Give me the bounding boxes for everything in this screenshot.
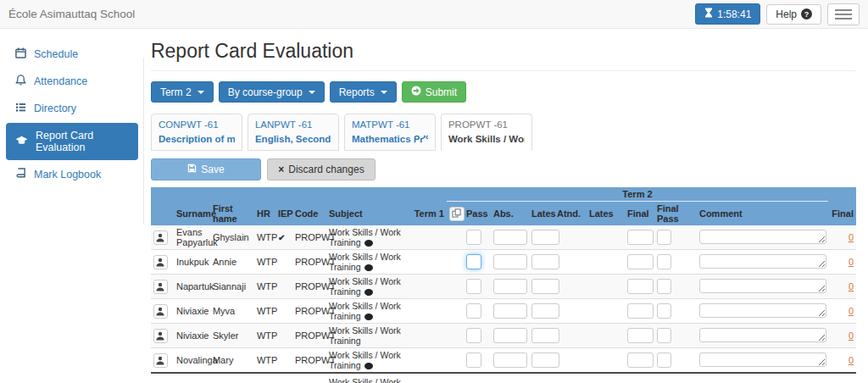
term1-cell — [411, 275, 447, 299]
save-button-top[interactable]: Save — [151, 158, 261, 180]
first-name-cell: Siannaji — [210, 275, 254, 299]
header-final-pass: Final Pass — [654, 202, 697, 226]
student-profile-button[interactable] — [153, 280, 168, 294]
submit-button[interactable]: Submit — [402, 81, 466, 103]
term1-cell — [411, 225, 447, 250]
final-mark-link[interactable]: 0 — [849, 330, 854, 341]
absences-input[interactable] — [493, 230, 527, 245]
comment-textarea[interactable] — [699, 352, 826, 367]
subject-cell: Work Skills / Work Training — [329, 325, 401, 346]
table-row: Evans Papyarluk Ghyslain WTP ✔ PROPWT Wo… — [151, 225, 856, 250]
final-pass-input[interactable] — [657, 352, 671, 368]
comment-textarea[interactable] — [699, 328, 826, 342]
final-pass-input[interactable] — [657, 254, 671, 269]
sidebar-item-label: Schedule — [34, 48, 78, 60]
session-timer-button[interactable]: 1:58:41 — [695, 3, 760, 25]
sidebar-item-report-card-evaluation[interactable]: Report Card Evaluation — [6, 123, 138, 160]
student-profile-button[interactable] — [153, 255, 168, 269]
lates-input[interactable] — [531, 328, 559, 343]
surname-cell: Inukpuk — [174, 250, 210, 275]
lates-input[interactable] — [531, 279, 559, 294]
course-group-dropdown-button[interactable]: By course-group — [219, 81, 325, 103]
lates-input[interactable] — [531, 254, 559, 269]
absences-input[interactable] — [493, 279, 527, 294]
final-pass-input[interactable] — [657, 230, 671, 245]
hamburger-menu-icon[interactable] — [827, 3, 860, 25]
final-pass-input[interactable] — [657, 279, 671, 294]
lates-input[interactable] — [531, 352, 559, 368]
final-input[interactable] — [627, 303, 654, 319]
header-abs: Abs. — [491, 202, 529, 226]
absences-input[interactable] — [493, 352, 527, 368]
comment-textarea[interactable] — [699, 254, 826, 269]
final-mark-link[interactable]: 0 — [849, 306, 854, 316]
average-row-label: Course-group average — [174, 373, 326, 383]
final-input[interactable] — [627, 254, 654, 269]
comment-textarea[interactable] — [699, 303, 826, 318]
sidebar-item-schedule[interactable]: Schedule — [0, 41, 144, 68]
header-lates-2: Lates — [587, 202, 625, 226]
caret-down-icon — [309, 91, 315, 94]
sidebar-item-label: Report Card Evaluation — [36, 130, 138, 153]
help-button[interactable]: Help ? — [766, 4, 821, 25]
lates-input[interactable] — [531, 230, 559, 245]
timer-value: 1:58:41 — [717, 8, 751, 20]
student-profile-button[interactable] — [153, 353, 168, 368]
term-dropdown-button[interactable]: Term 2 — [151, 81, 214, 103]
lates-input[interactable] — [531, 303, 559, 319]
tab-propwt-61[interactable]: PROPWT -61 Work Skills / Work … — [441, 114, 532, 151]
sidebar-item-label: Mark Logbook — [34, 169, 101, 180]
final-input[interactable] — [627, 352, 654, 368]
student-profile-button[interactable] — [153, 329, 168, 343]
pass-input[interactable] — [466, 230, 481, 245]
pass-input[interactable] — [466, 328, 481, 343]
tab-lanpwt-61[interactable]: LANPWT -61 English, Second L… — [248, 114, 339, 151]
absences-input[interactable] — [493, 254, 527, 269]
comment-textarea[interactable] — [699, 230, 826, 244]
tab-matpwt-61[interactable]: MATPWT -61 Mathematics ᑭᓯᑦᓯ… — [344, 114, 436, 151]
student-profile-button[interactable] — [153, 304, 168, 319]
pass-input[interactable] — [466, 303, 481, 319]
student-profile-button[interactable] — [153, 230, 168, 245]
pass-input[interactable] — [466, 352, 481, 368]
copy-column-button[interactable] — [449, 207, 465, 221]
sidebar-item-directory[interactable]: Directory — [0, 95, 144, 122]
term1-cell — [411, 250, 447, 275]
list-icon — [15, 102, 26, 115]
tab-code: MATPWT -61 — [352, 118, 428, 132]
final-input[interactable] — [627, 279, 654, 294]
comment-textarea[interactable] — [699, 279, 826, 293]
hr-cell: WTP — [254, 225, 275, 250]
help-label: Help — [776, 8, 797, 20]
reports-dropdown-label: Reports — [339, 86, 375, 98]
header-first-name: First name — [210, 202, 254, 226]
x-icon: × — [278, 164, 284, 175]
final-mark-link[interactable]: 0 — [849, 355, 854, 365]
bell-icon — [15, 75, 26, 88]
pass-input-focused[interactable] — [466, 254, 481, 269]
sidebar-item-mark-logbook[interactable]: Mark Logbook — [0, 161, 144, 188]
header-hr: HR — [254, 202, 275, 226]
hr-cell: WTP — [254, 348, 275, 374]
final-mark-link[interactable]: 0 — [849, 281, 854, 291]
discard-changes-button-top[interactable]: × Discard changes — [267, 158, 376, 180]
header-pass: Pass — [464, 202, 491, 226]
tab-conpwt-61[interactable]: CONPWT -61 Description of mat… — [151, 114, 242, 151]
reports-dropdown-button[interactable]: Reports — [330, 81, 397, 103]
sidebar-item-attendance[interactable]: Attendance — [0, 68, 144, 95]
top-navbar: École Asimauttaq School 1:58:41 Help ? — [0, 0, 868, 29]
hr-cell: WTP — [254, 250, 275, 275]
final-pass-input[interactable] — [657, 303, 671, 319]
final-input[interactable] — [627, 230, 654, 245]
table-row: Novalinga Mary WTP PROPWT Work Skills / … — [151, 348, 856, 374]
final-pass-input[interactable] — [657, 328, 671, 343]
iep-check-icon: ✔ — [275, 225, 292, 250]
first-name-cell: Skyler — [210, 324, 254, 348]
pass-input[interactable] — [466, 279, 481, 294]
table-row: Inukpuk Annie WTP PROPWT Work Skills / W… — [151, 250, 856, 275]
final-mark-link[interactable]: 0 — [849, 257, 854, 267]
final-mark-link[interactable]: 0 — [849, 232, 854, 242]
absences-input[interactable] — [493, 328, 527, 343]
final-input[interactable] — [627, 328, 654, 343]
absences-input[interactable] — [493, 303, 527, 319]
